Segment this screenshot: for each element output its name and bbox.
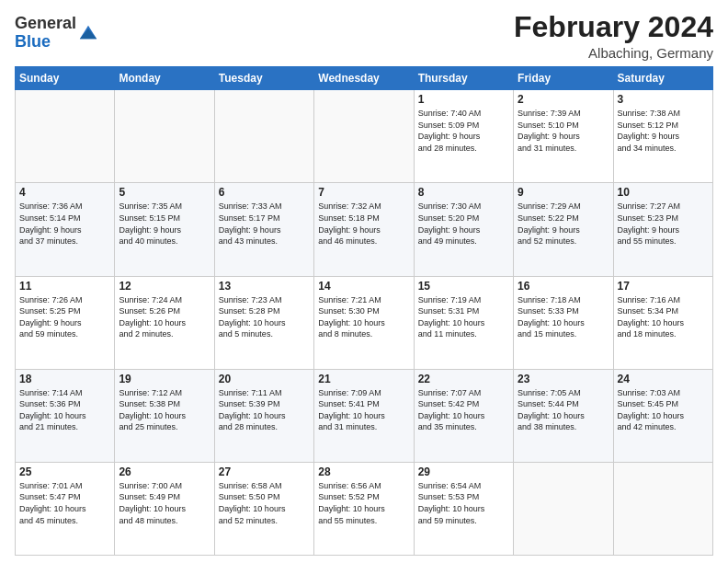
calendar-cell: 28Sunrise: 6:56 AMSunset: 5:52 PMDayligh… — [314, 462, 414, 555]
calendar-header-thursday: Thursday — [414, 67, 513, 90]
day-number: 7 — [318, 186, 409, 199]
calendar-cell — [314, 90, 414, 183]
day-number: 5 — [119, 186, 210, 199]
day-info: Sunrise: 7:07 AMSunset: 5:42 PMDaylight:… — [418, 387, 509, 433]
day-info: Sunrise: 7:01 AMSunset: 5:47 PMDaylight:… — [19, 480, 110, 526]
day-number: 4 — [19, 186, 110, 199]
calendar-header-tuesday: Tuesday — [214, 67, 313, 90]
day-number: 11 — [19, 280, 110, 293]
day-number: 20 — [219, 373, 310, 385]
calendar-week-row: 11Sunrise: 7:26 AMSunset: 5:25 PMDayligh… — [16, 276, 713, 369]
day-info: Sunrise: 7:24 AMSunset: 5:26 PMDaylight:… — [119, 294, 210, 340]
day-info: Sunrise: 6:56 AMSunset: 5:52 PMDaylight:… — [318, 480, 409, 526]
day-info: Sunrise: 7:16 AMSunset: 5:34 PMDaylight:… — [618, 294, 709, 340]
day-info: Sunrise: 7:35 AMSunset: 5:15 PMDaylight:… — [119, 201, 210, 247]
calendar-cell: 24Sunrise: 7:03 AMSunset: 5:45 PMDayligh… — [613, 369, 712, 462]
day-info: Sunrise: 7:30 AMSunset: 5:20 PMDaylight:… — [418, 201, 509, 247]
day-info: Sunrise: 7:39 AMSunset: 5:10 PMDaylight:… — [518, 108, 609, 154]
calendar-header-monday: Monday — [115, 67, 214, 90]
calendar-cell: 1Sunrise: 7:40 AMSunset: 5:09 PMDaylight… — [414, 90, 513, 183]
calendar-cell: 8Sunrise: 7:30 AMSunset: 5:20 PMDaylight… — [414, 183, 513, 276]
day-info: Sunrise: 6:54 AMSunset: 5:53 PMDaylight:… — [418, 480, 509, 526]
calendar-week-row: 18Sunrise: 7:14 AMSunset: 5:36 PMDayligh… — [16, 369, 713, 462]
day-number: 17 — [618, 280, 709, 293]
calendar-cell: 9Sunrise: 7:29 AMSunset: 5:22 PMDaylight… — [514, 183, 613, 276]
day-info: Sunrise: 7:11 AMSunset: 5:39 PMDaylight:… — [219, 387, 310, 433]
calendar-week-row: 25Sunrise: 7:01 AMSunset: 5:47 PMDayligh… — [16, 462, 713, 555]
day-number: 12 — [119, 280, 210, 293]
calendar-cell: 25Sunrise: 7:01 AMSunset: 5:47 PMDayligh… — [16, 462, 115, 555]
logo: General Blue — [15, 15, 98, 52]
svg-marker-1 — [80, 29, 97, 39]
day-info: Sunrise: 7:36 AMSunset: 5:14 PMDaylight:… — [19, 201, 110, 247]
calendar-cell: 7Sunrise: 7:32 AMSunset: 5:18 PMDaylight… — [314, 183, 414, 276]
day-info: Sunrise: 7:40 AMSunset: 5:09 PMDaylight:… — [418, 108, 509, 154]
logo-general: General — [15, 14, 76, 32]
calendar-cell: 23Sunrise: 7:05 AMSunset: 5:44 PMDayligh… — [514, 369, 613, 462]
day-info: Sunrise: 7:23 AMSunset: 5:28 PMDaylight:… — [219, 294, 310, 340]
calendar-cell: 10Sunrise: 7:27 AMSunset: 5:23 PMDayligh… — [613, 183, 712, 276]
day-info: Sunrise: 7:00 AMSunset: 5:49 PMDaylight:… — [119, 480, 210, 526]
calendar-cell: 6Sunrise: 7:33 AMSunset: 5:17 PMDaylight… — [214, 183, 313, 276]
header: General Blue February 2024 Albaching, Ge… — [15, 11, 713, 61]
day-number: 1 — [418, 93, 509, 106]
day-info: Sunrise: 7:38 AMSunset: 5:12 PMDaylight:… — [618, 108, 709, 154]
day-info: Sunrise: 7:33 AMSunset: 5:17 PMDaylight:… — [219, 201, 310, 247]
calendar-cell: 18Sunrise: 7:14 AMSunset: 5:36 PMDayligh… — [16, 369, 115, 462]
calendar-cell — [613, 462, 712, 555]
day-info: Sunrise: 7:12 AMSunset: 5:38 PMDaylight:… — [119, 387, 210, 433]
calendar-cell: 12Sunrise: 7:24 AMSunset: 5:26 PMDayligh… — [115, 276, 214, 369]
title-block: February 2024 Albaching, Germany — [514, 11, 713, 61]
calendar-cell: 21Sunrise: 7:09 AMSunset: 5:41 PMDayligh… — [314, 369, 414, 462]
day-info: Sunrise: 7:26 AMSunset: 5:25 PMDaylight:… — [19, 294, 110, 340]
day-number: 22 — [418, 373, 509, 385]
day-info: Sunrise: 7:05 AMSunset: 5:44 PMDaylight:… — [518, 387, 609, 433]
day-info: Sunrise: 7:09 AMSunset: 5:41 PMDaylight:… — [318, 387, 409, 433]
day-info: Sunrise: 7:14 AMSunset: 5:36 PMDaylight:… — [19, 387, 110, 433]
day-number: 24 — [618, 373, 709, 385]
calendar-cell: 22Sunrise: 7:07 AMSunset: 5:42 PMDayligh… — [414, 369, 513, 462]
day-info: Sunrise: 6:58 AMSunset: 5:50 PMDaylight:… — [219, 480, 310, 526]
day-info: Sunrise: 7:18 AMSunset: 5:33 PMDaylight:… — [518, 294, 609, 340]
day-number: 19 — [119, 373, 210, 385]
calendar-cell — [214, 90, 313, 183]
day-info: Sunrise: 7:19 AMSunset: 5:31 PMDaylight:… — [418, 294, 509, 340]
calendar-cell: 16Sunrise: 7:18 AMSunset: 5:33 PMDayligh… — [514, 276, 613, 369]
day-info: Sunrise: 7:32 AMSunset: 5:18 PMDaylight:… — [318, 201, 409, 247]
month-title: February 2024 — [514, 11, 713, 43]
day-number: 8 — [418, 186, 509, 199]
day-number: 15 — [418, 280, 509, 293]
day-number: 28 — [318, 465, 409, 478]
calendar-cell: 2Sunrise: 7:39 AMSunset: 5:10 PMDaylight… — [514, 90, 613, 183]
day-number: 10 — [618, 186, 709, 199]
calendar-cell — [115, 90, 214, 183]
day-number: 16 — [518, 280, 609, 293]
calendar-cell — [16, 90, 115, 183]
calendar-week-row: 1Sunrise: 7:40 AMSunset: 5:09 PMDaylight… — [16, 90, 713, 183]
day-number: 3 — [618, 93, 709, 106]
day-number: 9 — [518, 186, 609, 199]
calendar-cell: 19Sunrise: 7:12 AMSunset: 5:38 PMDayligh… — [115, 369, 214, 462]
calendar-cell: 29Sunrise: 6:54 AMSunset: 5:53 PMDayligh… — [414, 462, 513, 555]
logo-icon — [78, 22, 98, 42]
location: Albaching, Germany — [514, 45, 713, 61]
calendar-cell: 26Sunrise: 7:00 AMSunset: 5:49 PMDayligh… — [115, 462, 214, 555]
calendar-header-sunday: Sunday — [16, 67, 115, 90]
day-info: Sunrise: 7:29 AMSunset: 5:22 PMDaylight:… — [518, 201, 609, 247]
day-number: 2 — [518, 93, 609, 106]
calendar-header-friday: Friday — [514, 67, 613, 90]
day-info: Sunrise: 7:21 AMSunset: 5:30 PMDaylight:… — [318, 294, 409, 340]
calendar-cell: 13Sunrise: 7:23 AMSunset: 5:28 PMDayligh… — [214, 276, 313, 369]
day-number: 26 — [119, 465, 210, 478]
day-info: Sunrise: 7:03 AMSunset: 5:45 PMDaylight:… — [618, 387, 709, 433]
calendar-cell: 3Sunrise: 7:38 AMSunset: 5:12 PMDaylight… — [613, 90, 712, 183]
logo-blue: Blue — [15, 32, 51, 51]
calendar-cell: 20Sunrise: 7:11 AMSunset: 5:39 PMDayligh… — [214, 369, 313, 462]
calendar-cell: 14Sunrise: 7:21 AMSunset: 5:30 PMDayligh… — [314, 276, 414, 369]
day-info: Sunrise: 7:27 AMSunset: 5:23 PMDaylight:… — [618, 201, 709, 247]
calendar-header-saturday: Saturday — [613, 67, 712, 90]
day-number: 6 — [219, 186, 310, 199]
calendar-cell — [514, 462, 613, 555]
calendar-header-wednesday: Wednesday — [314, 67, 414, 90]
day-number: 13 — [219, 280, 310, 293]
